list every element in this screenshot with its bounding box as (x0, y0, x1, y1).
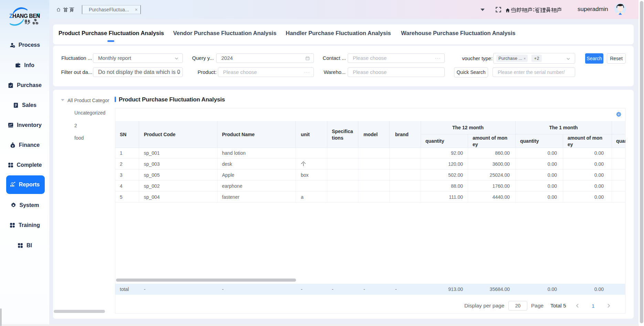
svg-text:ZHANG BEN: ZHANG BEN (9, 13, 40, 19)
